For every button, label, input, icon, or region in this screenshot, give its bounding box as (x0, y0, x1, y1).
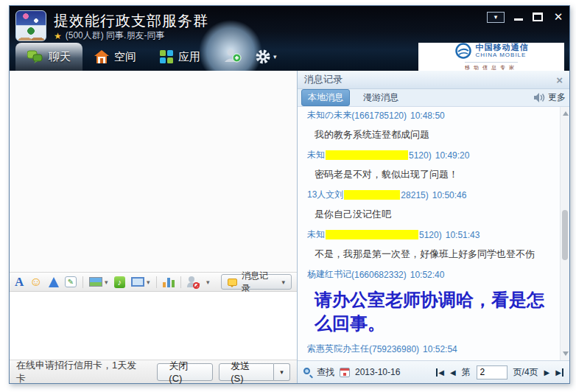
history-toggle-label: 消息记录 (242, 270, 275, 295)
history-close-icon[interactable]: × (556, 74, 563, 85)
ad-brand-en: CHINA MOBILE (476, 52, 529, 58)
titlebar: 提效能行政支部服务群 ★ (500人群) 同事.朋友-同事 ▾ ✕ (10, 6, 569, 43)
page-number-input[interactable] (477, 365, 507, 379)
scrollbar-thumb[interactable] (562, 210, 568, 260)
toolbar-separator (156, 276, 157, 288)
sender-name: 未知 (307, 149, 325, 161)
group-avatar[interactable] (15, 10, 46, 41)
more-menu[interactable]: 更多 (534, 91, 566, 104)
window-controls: ▾ ✕ (487, 10, 565, 24)
scroll-up-icon[interactable] (563, 111, 569, 116)
message-item: 索惠英院办主任(759236980)10:52:54 (307, 343, 555, 360)
music-icon[interactable]: ♪ (114, 276, 125, 288)
sender-qq: 5120) (409, 150, 432, 161)
settings-caret-icon: ▾ (273, 53, 277, 60)
settings-button[interactable]: ▾ (255, 49, 277, 65)
message-time: 10:50:46 (432, 190, 467, 200)
ad-brand-text: 中国移动通信 CHINA MOBILE (476, 43, 529, 58)
message-input-area[interactable] (10, 292, 297, 360)
send-options-caret[interactable]: ▾ (274, 363, 290, 381)
handwriting-icon[interactable]: ✎ (65, 276, 77, 287)
voice-caret-icon[interactable]: ▾ (206, 279, 210, 286)
gear-icon (255, 49, 271, 65)
promo-link[interactable]: 在线申请招行信用卡，1天发卡 (16, 359, 145, 385)
screenshot-icon[interactable]: ▾ (131, 275, 150, 290)
first-page-button[interactable]: ◀ (436, 368, 444, 377)
censored-block (326, 230, 418, 239)
sender-qq: (1661785120) (351, 111, 407, 121)
prev-page-button[interactable]: ◀ (450, 368, 456, 377)
tab-local-messages[interactable]: 本地消息 (301, 89, 350, 106)
message-time: 10:48:50 (410, 111, 445, 121)
close-button[interactable]: ✕ (552, 10, 565, 24)
message-time: 10:49:20 (435, 150, 470, 161)
toolbar-separator (180, 276, 181, 288)
calendar-icon[interactable] (340, 368, 350, 377)
chat-message-display-area[interactable] (10, 71, 297, 272)
group-level-badge-icon: ★ (54, 31, 62, 41)
sender-qq: (759236980) (369, 344, 419, 354)
last-page-button[interactable]: ▶ (555, 368, 563, 377)
group-title: 提效能行政支部服务群 (54, 11, 208, 31)
magic-expression-icon[interactable] (49, 275, 59, 290)
search-label: 查找 (317, 366, 334, 379)
font-style-icon[interactable]: A (15, 275, 24, 290)
input-toolbar: A ☺ ✎ ▾ ♪ ▾ ▾ 消息记录 ▾ (10, 272, 297, 292)
page-label-prefix: 第 (462, 366, 471, 379)
close-chat-button[interactable]: 关闭(C) (157, 363, 213, 381)
sender-name: 索惠英院办主任 (307, 343, 369, 355)
message-header: 未知5120)10:51:43 (307, 228, 555, 241)
history-footer: 查找 2013-10-16 ◀ ◀ 第 页/4页 ▶ ▶ (298, 360, 569, 383)
message-item: 未知5120)10:51:43 不是，我那是第一次登，好像班上好多同学也登不伤 (307, 228, 555, 261)
message-text: 密码老是不对，貌似出现了问题！ (307, 168, 555, 181)
send-button-group: 发送(S) ▾ (219, 363, 290, 381)
history-message-list[interactable]: 未知の未来(1661785120)10:48:50 我的教务系统连登都成问题 未… (298, 107, 569, 360)
message-text-highlighted: 请办公室老师协调哈，看是怎么回事。 (307, 288, 555, 335)
send-image-icon[interactable]: ▾ (89, 275, 108, 290)
history-scrollbar[interactable] (560, 107, 569, 360)
window-menu-button[interactable]: ▾ (487, 12, 505, 23)
voice-block-icon[interactable] (186, 276, 197, 288)
message-header: 未知5120)10:49:20 (307, 149, 555, 161)
message-text: 是你自己没记住吧 (307, 208, 555, 221)
add-member-button[interactable] (224, 48, 242, 66)
minimize-button[interactable] (513, 13, 524, 21)
toolbar-separator (82, 276, 83, 288)
tab-qzone-label: 空间 (114, 50, 136, 64)
ad-slogan: 移动信息专家 (465, 62, 518, 71)
message-history-toggle-button[interactable]: 消息记录 ▾ (221, 274, 292, 290)
search-button[interactable]: 查找 (303, 366, 334, 379)
emoticon-icon[interactable]: ☺ (29, 275, 42, 290)
tab-qzone[interactable]: 空间 (82, 43, 148, 71)
message-history-panel: 消息记录 × 本地消息 漫游消息 更多 未知の未 (297, 71, 569, 383)
ad-brand-row: 中国移动通信 CHINA MOBILE (454, 42, 529, 60)
group-subtitle: (500人群) 同事.朋友-同事 (66, 29, 165, 42)
speaker-icon (534, 93, 545, 102)
tab-roaming-messages[interactable]: 漫游消息 (357, 90, 404, 105)
activity-chart-icon[interactable] (163, 276, 175, 287)
search-icon (303, 368, 313, 377)
chat-bubbles-icon (27, 50, 43, 63)
page-label-suffix: 页/4页 (513, 366, 538, 379)
message-item: 13人文刘28215)10:50:46 是你自己没记住吧 (307, 189, 555, 221)
message-header: 未知の未来(1661785120)10:48:50 (307, 109, 555, 122)
tab-apps[interactable]: 应用 (148, 43, 212, 71)
desktop: 提效能行政支部服务群 ★ (500人群) 同事.朋友-同事 ▾ ✕ 聊天 (0, 0, 576, 392)
more-label: 更多 (548, 91, 566, 104)
group-subtitle-row: ★ (500人群) 同事.朋友-同事 (54, 29, 164, 42)
history-panel-title: 消息记录 (304, 73, 343, 86)
apps-grid-icon (160, 50, 173, 63)
history-date[interactable]: 2013-10-16 (355, 367, 400, 377)
history-tabs: 本地消息 漫游消息 更多 (298, 89, 569, 107)
ad-brand-cn: 中国移动通信 (476, 43, 529, 52)
next-page-button[interactable]: ▶ (544, 368, 550, 377)
pagination: ◀ ◀ 第 页/4页 ▶ ▶ (436, 365, 563, 379)
add-person-icon (224, 48, 242, 63)
ad-banner-china-mobile[interactable]: 中国移动通信 CHINA MOBILE 移动信息专家 (418, 43, 564, 71)
send-button[interactable]: 发送(S) (219, 363, 274, 381)
sender-name: 未知の未来 (307, 109, 351, 122)
maximize-button[interactable] (533, 13, 543, 21)
tab-chat[interactable]: 聊天 (15, 43, 82, 71)
scroll-down-icon[interactable] (563, 351, 569, 356)
message-time: 10:52:40 (410, 270, 445, 280)
